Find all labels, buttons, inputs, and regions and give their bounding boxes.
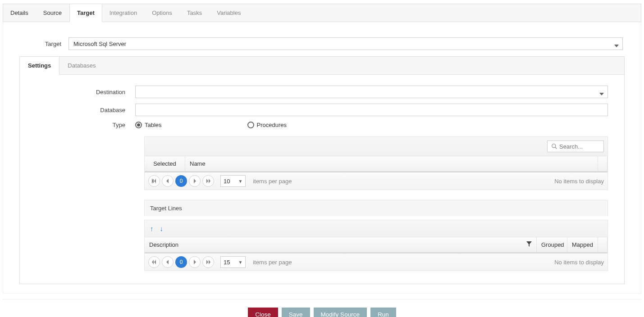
page-size-select[interactable]: 15 ▼ xyxy=(220,256,246,268)
radio-label-tables: Tables xyxy=(145,122,162,128)
svg-marker-5 xyxy=(166,179,169,183)
destination-dropdown[interactable] xyxy=(135,86,608,98)
svg-marker-11 xyxy=(154,260,156,264)
tables-grid: Selected Name 0 10 ▼ xyxy=(144,136,608,190)
main-tabs: Details Source Target Integration Option… xyxy=(3,4,641,22)
sub-tab-databases[interactable]: Databases xyxy=(59,57,104,74)
items-per-page-label: items per page xyxy=(253,259,292,266)
search-icon xyxy=(551,143,557,149)
filter-icon[interactable] xyxy=(526,241,532,248)
type-radio-tables[interactable]: Tables xyxy=(135,122,162,128)
chevron-down-icon: ▼ xyxy=(238,260,242,265)
col-grouped[interactable]: Grouped xyxy=(537,237,567,252)
tab-target[interactable]: Target xyxy=(69,4,102,22)
svg-marker-10 xyxy=(152,260,154,264)
col-scroll-spacer xyxy=(598,156,607,171)
pager-current-page[interactable]: 0 xyxy=(175,256,187,268)
col-description[interactable]: Description xyxy=(145,237,537,252)
search-box[interactable] xyxy=(547,140,604,152)
target-dropdown[interactable]: Microsoft Sql Server xyxy=(69,37,623,50)
pager-last-button[interactable] xyxy=(202,175,214,187)
chevron-down-icon xyxy=(614,42,619,49)
col-name[interactable]: Name xyxy=(185,156,598,171)
target-lines-pager: 0 15 ▼ items per page No items to displa… xyxy=(145,253,607,271)
svg-marker-9 xyxy=(526,241,532,247)
pager-first-button[interactable] xyxy=(148,175,160,187)
tab-source[interactable]: Source xyxy=(36,4,69,22)
items-per-page-label: items per page xyxy=(253,178,292,185)
type-label: Type xyxy=(20,122,135,128)
save-button[interactable]: Save xyxy=(282,308,310,317)
sub-tab-settings[interactable]: Settings xyxy=(20,57,59,75)
svg-rect-3 xyxy=(152,179,153,183)
pager-first-button[interactable] xyxy=(148,256,160,268)
svg-marker-7 xyxy=(206,179,208,183)
target-lines-title: Target Lines xyxy=(144,200,608,216)
svg-marker-15 xyxy=(209,260,210,264)
run-button[interactable]: Run xyxy=(370,308,396,317)
sub-tabs: Settings Databases xyxy=(19,56,625,75)
tab-integration[interactable]: Integration xyxy=(102,4,145,22)
tab-variables[interactable]: Variables xyxy=(210,4,248,22)
settings-panel: Destination Database Type xyxy=(19,75,625,284)
svg-point-0 xyxy=(552,144,556,148)
move-down-icon[interactable]: ↓ xyxy=(160,225,164,232)
tab-details[interactable]: Details xyxy=(3,4,36,22)
svg-marker-4 xyxy=(154,179,156,183)
pager-prev-button[interactable] xyxy=(162,175,174,187)
pager-current-page[interactable]: 0 xyxy=(175,175,187,187)
target-dropdown-value: Microsoft Sql Server xyxy=(73,41,126,47)
svg-line-1 xyxy=(555,147,557,149)
svg-marker-13 xyxy=(194,260,196,264)
no-items-label: No items to display xyxy=(554,178,604,185)
page-size-value: 10 xyxy=(224,178,230,185)
radio-icon xyxy=(247,122,254,128)
chevron-down-icon: ▼ xyxy=(238,179,242,184)
database-label: Database xyxy=(20,107,135,113)
content-panel: Target Microsoft Sql Server Settings Dat… xyxy=(3,22,641,294)
search-input[interactable] xyxy=(559,143,600,150)
radio-icon xyxy=(135,122,142,128)
page-size-select[interactable]: 10 ▼ xyxy=(220,175,246,187)
svg-marker-6 xyxy=(194,179,196,183)
destination-label: Destination xyxy=(20,89,135,95)
pager-last-button[interactable] xyxy=(202,256,214,268)
page-size-value: 15 xyxy=(224,259,230,266)
type-radio-procedures[interactable]: Procedures xyxy=(247,122,287,128)
tab-options[interactable]: Options xyxy=(145,4,180,22)
svg-marker-14 xyxy=(206,260,208,264)
target-label: Target xyxy=(3,41,69,47)
close-button[interactable]: Close xyxy=(248,308,278,317)
radio-label-procedures: Procedures xyxy=(257,122,287,128)
database-input[interactable] xyxy=(135,104,608,116)
col-scroll-spacer xyxy=(598,237,607,252)
target-lines-grid: ↑ ↓ Description Grouped Mapped xyxy=(144,220,608,271)
tab-tasks[interactable]: Tasks xyxy=(180,4,210,22)
chevron-down-icon xyxy=(599,90,604,97)
col-description-label: Description xyxy=(149,241,178,248)
svg-marker-8 xyxy=(209,179,210,183)
move-up-icon[interactable]: ↑ xyxy=(150,225,154,232)
tables-pager: 0 10 ▼ items per page No items to displa… xyxy=(145,172,607,190)
col-mapped[interactable]: Mapped xyxy=(567,237,598,252)
svg-marker-12 xyxy=(166,260,169,264)
footer-bar: Close Save Modify Source Run xyxy=(0,299,644,317)
col-selected[interactable]: Selected xyxy=(145,156,185,171)
pager-next-button[interactable] xyxy=(189,256,201,268)
pager-next-button[interactable] xyxy=(189,175,201,187)
pager-prev-button[interactable] xyxy=(162,256,174,268)
no-items-label: No items to display xyxy=(554,259,604,266)
modify-source-button[interactable]: Modify Source xyxy=(314,308,367,317)
